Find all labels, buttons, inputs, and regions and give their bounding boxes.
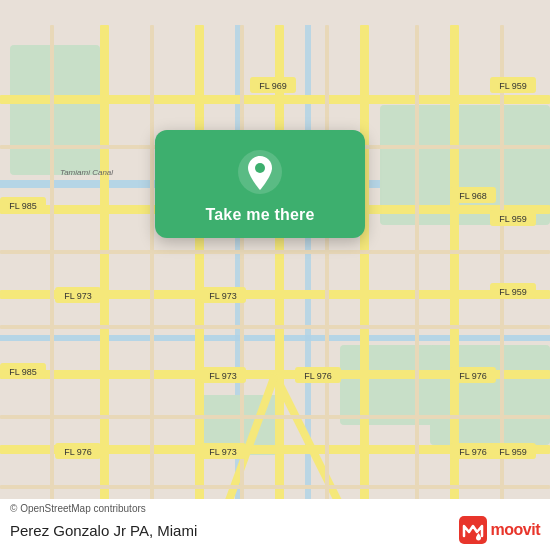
location-row: Perez Gonzalo Jr PA, Miami moovit bbox=[10, 516, 540, 544]
svg-text:FL 973: FL 973 bbox=[64, 291, 92, 301]
map-container: FL 969 FL 959 FL 973 FL 973 FL 973 FL 97… bbox=[0, 0, 550, 550]
svg-rect-30 bbox=[415, 25, 419, 525]
navigate-popup[interactable]: Take me there bbox=[155, 130, 365, 238]
map-overlay: FL 969 FL 959 FL 973 FL 973 FL 973 FL 97… bbox=[0, 0, 550, 550]
svg-rect-26 bbox=[50, 25, 54, 525]
svg-text:FL 985: FL 985 bbox=[9, 367, 37, 377]
svg-rect-7 bbox=[430, 345, 550, 445]
location-pin-icon bbox=[236, 148, 284, 196]
svg-point-68 bbox=[255, 163, 265, 173]
svg-rect-22 bbox=[0, 250, 550, 254]
moovit-brand-label: moovit bbox=[491, 521, 540, 539]
svg-text:FL 976: FL 976 bbox=[459, 447, 487, 457]
moovit-icon bbox=[459, 516, 487, 544]
svg-text:Tamiami Canal: Tamiami Canal bbox=[60, 168, 113, 177]
moovit-logo: moovit bbox=[459, 516, 540, 544]
svg-text:FL 969: FL 969 bbox=[259, 81, 287, 91]
svg-rect-14 bbox=[100, 25, 109, 525]
svg-rect-17 bbox=[360, 25, 369, 525]
svg-text:FL 959: FL 959 bbox=[499, 214, 527, 224]
svg-text:FL 968: FL 968 bbox=[459, 191, 487, 201]
svg-rect-6 bbox=[340, 345, 440, 425]
svg-rect-24 bbox=[0, 415, 550, 419]
location-name: Perez Gonzalo Jr PA, Miami bbox=[10, 522, 197, 539]
svg-text:FL 973: FL 973 bbox=[209, 291, 237, 301]
svg-text:FL 976: FL 976 bbox=[304, 371, 332, 381]
bottom-info-bar: © OpenStreetMap contributors Perez Gonza… bbox=[0, 499, 550, 550]
svg-text:FL 976: FL 976 bbox=[459, 371, 487, 381]
svg-text:FL 959: FL 959 bbox=[499, 81, 527, 91]
svg-text:FL 976: FL 976 bbox=[64, 447, 92, 457]
svg-text:FL 985: FL 985 bbox=[9, 201, 37, 211]
svg-text:FL 973: FL 973 bbox=[209, 371, 237, 381]
svg-text:FL 973: FL 973 bbox=[209, 447, 237, 457]
svg-rect-4 bbox=[10, 45, 100, 175]
svg-rect-16 bbox=[275, 25, 284, 525]
svg-rect-29 bbox=[325, 25, 329, 525]
svg-rect-27 bbox=[150, 25, 154, 525]
svg-rect-23 bbox=[0, 325, 550, 329]
svg-text:FL 959: FL 959 bbox=[499, 287, 527, 297]
svg-rect-25 bbox=[0, 485, 550, 489]
osm-attribution: © OpenStreetMap contributors bbox=[10, 503, 540, 514]
svg-text:FL 959: FL 959 bbox=[499, 447, 527, 457]
take-me-there-button[interactable]: Take me there bbox=[205, 206, 314, 224]
